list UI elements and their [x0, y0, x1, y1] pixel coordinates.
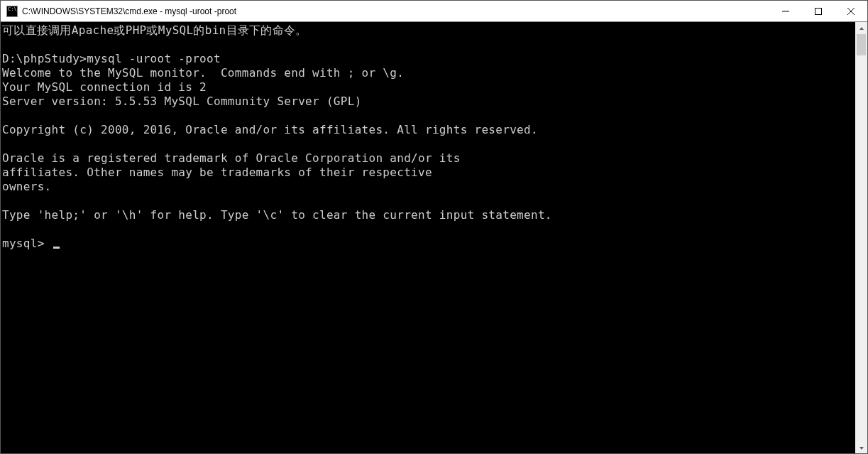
- terminal-line: owners.: [2, 180, 52, 193]
- scrollbar-thumb[interactable]: [857, 34, 866, 55]
- terminal-output[interactable]: 可以直接调用Apache或PHP或MySQL的bin目录下的命令。 D:\php…: [1, 22, 855, 454]
- vertical-scrollbar[interactable]: [855, 22, 867, 454]
- svg-rect-0: [815, 8, 822, 14]
- close-button[interactable]: [835, 1, 867, 21]
- window-titlebar[interactable]: C:\WINDOWS\SYSTEM32\cmd.exe - mysql -uro…: [1, 1, 867, 22]
- scroll-down-button[interactable]: [855, 442, 867, 454]
- terminal-line: Welcome to the MySQL monitor. Commands e…: [2, 66, 404, 80]
- terminal-line: Your MySQL connection id is 2: [2, 80, 207, 94]
- terminal-line: Type 'help;' or '\h' for help. Type '\c'…: [2, 208, 552, 222]
- scrollbar-track[interactable]: [855, 34, 867, 442]
- scroll-up-button[interactable]: [855, 22, 867, 34]
- cursor-icon: [53, 247, 60, 249]
- terminal-line: D:\phpStudy>mysql -uroot -proot: [2, 52, 221, 65]
- terminal-line: 可以直接调用Apache或PHP或MySQL的bin目录下的命令。: [2, 23, 307, 37]
- window-title: C:\WINDOWS\SYSTEM32\cmd.exe - mysql -uro…: [22, 6, 236, 16]
- mysql-prompt: mysql>: [2, 237, 52, 250]
- window-controls: [769, 1, 867, 21]
- minimize-button[interactable]: [769, 1, 802, 21]
- terminal-line: Oracle is a registered trademark of Orac…: [2, 151, 461, 165]
- terminal-line: Copyright (c) 2000, 2016, Oracle and/or …: [2, 123, 538, 136]
- maximize-button[interactable]: [802, 1, 835, 21]
- terminal-line: Server version: 5.5.53 MySQL Community S…: [2, 94, 362, 108]
- content-area: 可以直接调用Apache或PHP或MySQL的bin目录下的命令。 D:\php…: [1, 22, 867, 454]
- cmd-icon: [6, 6, 18, 17]
- terminal-line: affiliates. Other names may be trademark…: [2, 166, 432, 179]
